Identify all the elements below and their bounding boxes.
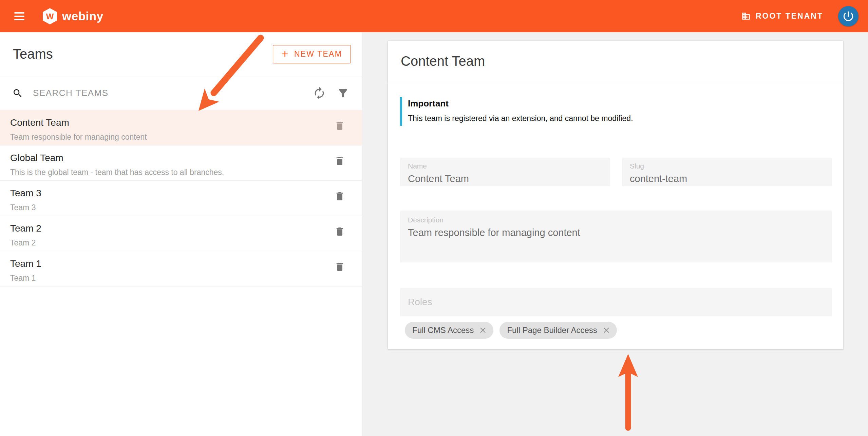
menu-hamburger-button[interactable] bbox=[14, 12, 24, 20]
delete-team-button[interactable] bbox=[334, 226, 345, 238]
power-gravatar-icon bbox=[842, 10, 855, 23]
description-field-value: Team responsible for managing content bbox=[408, 227, 825, 238]
notice-title: Important bbox=[408, 98, 832, 109]
team-name: Global Team bbox=[10, 153, 332, 163]
slug-field-value: content-team bbox=[630, 173, 825, 184]
hamburger-bar bbox=[14, 16, 24, 17]
remove-role-button[interactable] bbox=[602, 326, 610, 334]
refresh-button[interactable] bbox=[313, 86, 326, 100]
page-title: Teams bbox=[13, 46, 53, 62]
webiny-hexagon-icon: W bbox=[42, 8, 58, 25]
role-chip: Full Page Builder Access bbox=[499, 322, 617, 339]
search-icon bbox=[12, 88, 23, 99]
name-field: Name Content Team bbox=[400, 158, 610, 186]
tenant-label: ROOT TENANT bbox=[756, 12, 823, 21]
top-bar: W webiny ROOT TENANT bbox=[0, 0, 868, 32]
close-icon bbox=[602, 326, 610, 334]
team-name: Team 3 bbox=[10, 188, 332, 199]
team-name: Content Team bbox=[10, 117, 332, 128]
search-bar bbox=[0, 76, 362, 110]
hamburger-bar bbox=[14, 19, 24, 20]
team-description: Team 2 bbox=[10, 238, 332, 247]
notice-body: This team is registered via an extension… bbox=[408, 114, 832, 123]
trash-icon bbox=[334, 156, 345, 166]
webiny-logo: W webiny bbox=[42, 8, 103, 25]
name-field-label: Name bbox=[408, 162, 603, 170]
team-name: Team 1 bbox=[10, 258, 332, 269]
slug-field-label: Slug bbox=[630, 162, 825, 170]
trash-icon bbox=[334, 261, 345, 272]
delete-team-button[interactable] bbox=[334, 191, 345, 203]
trash-icon bbox=[334, 191, 345, 202]
teams-list-panel: Teams + NEW TEAM bbox=[0, 32, 362, 436]
plus-icon: + bbox=[282, 48, 289, 59]
hamburger-bar bbox=[14, 12, 24, 14]
trash-icon bbox=[334, 120, 345, 131]
delete-team-button[interactable] bbox=[334, 120, 345, 132]
building-icon bbox=[741, 12, 751, 21]
role-chip: Full CMS Access bbox=[405, 322, 493, 339]
roles-field-label: Roles bbox=[408, 297, 432, 308]
team-details-title: Content Team bbox=[401, 54, 485, 69]
tenant-selector[interactable]: ROOT TENANT bbox=[741, 12, 823, 21]
description-field: Description Team responsible for managin… bbox=[400, 211, 832, 262]
team-description: Team 1 bbox=[10, 274, 332, 283]
trash-icon bbox=[334, 226, 345, 237]
team-name: Team 2 bbox=[10, 223, 332, 234]
important-notice: Important This team is registered via an… bbox=[400, 97, 832, 126]
roles-chips: Full CMS Access Full Page Builder Access bbox=[405, 322, 832, 339]
search-input[interactable] bbox=[32, 87, 313, 99]
remove-role-button[interactable] bbox=[479, 326, 487, 334]
description-field-label: Description bbox=[408, 216, 825, 224]
roles-field: Roles bbox=[400, 288, 832, 316]
team-list: Content Team Team responsible for managi… bbox=[0, 110, 362, 286]
delete-team-button[interactable] bbox=[334, 261, 345, 273]
teams-panel-header: Teams + NEW TEAM bbox=[0, 32, 362, 76]
refresh-icon bbox=[313, 86, 326, 100]
team-details-area: Content Team Important This team is regi… bbox=[362, 32, 868, 436]
team-list-item[interactable]: Content Team Team responsible for managi… bbox=[0, 110, 362, 145]
close-icon bbox=[479, 326, 487, 334]
team-list-item[interactable]: Team 2 Team 2 bbox=[0, 216, 362, 251]
team-description: Team 3 bbox=[10, 203, 332, 212]
delete-team-button[interactable] bbox=[334, 156, 345, 167]
team-description: This is the global team - team that has … bbox=[10, 168, 332, 177]
filter-icon bbox=[337, 87, 349, 99]
new-team-button[interactable]: + NEW TEAM bbox=[273, 45, 351, 63]
logo-letter: W bbox=[46, 12, 54, 21]
brand-wordmark: webiny bbox=[62, 9, 103, 23]
user-avatar[interactable] bbox=[838, 6, 858, 26]
name-field-value: Content Team bbox=[408, 173, 603, 184]
team-description: Team responsible for managing content bbox=[10, 133, 332, 142]
role-chip-label: Full CMS Access bbox=[412, 325, 474, 335]
team-list-item[interactable]: Team 3 Team 3 bbox=[0, 181, 362, 216]
team-details-card: Content Team Important This team is regi… bbox=[388, 41, 843, 349]
team-list-item[interactable]: Team 1 Team 1 bbox=[0, 251, 362, 286]
new-team-button-label: NEW TEAM bbox=[294, 49, 342, 59]
slug-field: Slug content-team bbox=[622, 158, 832, 186]
filter-button[interactable] bbox=[337, 87, 349, 99]
role-chip-label: Full Page Builder Access bbox=[507, 325, 597, 335]
team-list-item[interactable]: Global Team This is the global team - te… bbox=[0, 145, 362, 181]
team-details-header: Content Team bbox=[388, 41, 843, 82]
